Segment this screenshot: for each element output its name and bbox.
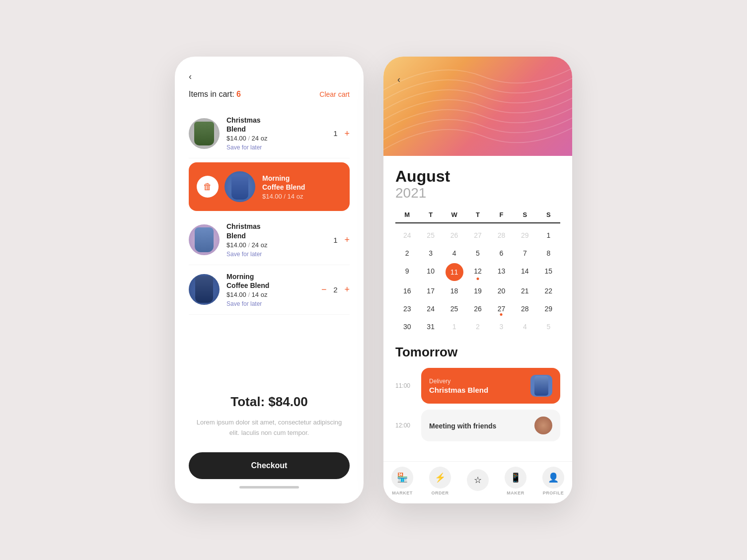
delivery-product-image bbox=[530, 375, 552, 397]
calendar-day[interactable]: 6 bbox=[490, 245, 513, 261]
calendar-day[interactable]: 22 bbox=[537, 283, 560, 299]
calendar-day[interactable]: 9 bbox=[395, 263, 419, 281]
calendar-day[interactable]: 4 bbox=[443, 245, 466, 261]
increment-button[interactable]: + bbox=[344, 235, 350, 244]
calendar-day[interactable]: 25 bbox=[443, 301, 466, 317]
calendar-day[interactable]: 4 bbox=[513, 319, 536, 335]
calendar-day[interactable]: 24 bbox=[419, 301, 442, 317]
cart-items-list: ChristmasBlend $14.00 / 24 oz Save for l… bbox=[175, 109, 364, 384]
nav-label-order: ORDER bbox=[431, 490, 448, 495]
nav-item-market[interactable]: 🏪 MARKET bbox=[387, 467, 417, 495]
item-price: $14.00 / 14 oz bbox=[262, 193, 342, 200]
calendar-day[interactable]: 26 bbox=[466, 301, 489, 317]
nav-item-order[interactable]: ⚡ ORDER bbox=[425, 467, 455, 495]
calendar-week: 24 25 26 27 28 29 1 bbox=[395, 227, 560, 243]
cart-back-button[interactable]: ‹ bbox=[189, 71, 192, 82]
calendar-day[interactable]: 13 bbox=[490, 263, 513, 281]
increment-button[interactable]: + bbox=[344, 285, 350, 294]
item-price: $14.00 / 24 oz bbox=[226, 241, 324, 249]
calendar-weeks: 24 25 26 27 28 29 1 2 3 4 5 6 bbox=[395, 225, 560, 335]
calendar-day[interactable]: 19 bbox=[466, 283, 489, 299]
calendar-day[interactable]: 7 bbox=[513, 245, 536, 261]
calendar-day[interactable]: 26 bbox=[443, 227, 466, 243]
calendar-day[interactable]: 12 bbox=[466, 263, 489, 281]
nav-label-profile: PROFILE bbox=[543, 490, 564, 495]
calendar-week: 30 31 1 2 3 4 5 bbox=[395, 319, 560, 335]
day-header-mon: M bbox=[395, 211, 419, 218]
calendar-day[interactable]: 5 bbox=[537, 319, 560, 335]
calendar-day[interactable]: 15 bbox=[537, 263, 560, 281]
calendar-day[interactable]: 18 bbox=[443, 283, 466, 299]
total-amount: Total: $84.00 bbox=[230, 394, 308, 409]
event-text: Delivery Christmas Blend bbox=[429, 378, 488, 394]
calendar-day[interactable]: 2 bbox=[466, 319, 489, 335]
calendar-day-today[interactable]: 11 bbox=[446, 263, 463, 281]
clear-cart-button[interactable]: Clear cart bbox=[319, 90, 350, 98]
cart-item-swipe: 🗑 MorningCoffee Blend $14.00 / 14 oz bbox=[189, 162, 350, 211]
nav-item-profile[interactable]: 👤 PROFILE bbox=[538, 467, 568, 495]
calendar-day[interactable]: 20 bbox=[490, 283, 513, 299]
cart-count: 6 bbox=[236, 90, 241, 98]
cart-header: ‹ Items in cart: 6 Clear cart bbox=[175, 57, 364, 109]
cart-item: ChristmasBlend $14.00 / 24 oz Save for l… bbox=[189, 215, 350, 265]
favorites-icon: ☆ bbox=[467, 469, 489, 491]
item-image bbox=[189, 274, 220, 305]
calendar-day[interactable]: 10 bbox=[419, 263, 442, 281]
event-time: 12:00 bbox=[395, 422, 415, 429]
calendar-day[interactable]: 29 bbox=[537, 301, 560, 317]
increment-button[interactable]: + bbox=[344, 129, 350, 138]
calendar-day[interactable]: 8 bbox=[537, 245, 560, 261]
item-name: MorningCoffee Blend bbox=[226, 272, 314, 290]
calendar-day[interactable]: 21 bbox=[513, 283, 536, 299]
quantity-value: 2 bbox=[331, 285, 339, 294]
calendar-day[interactable]: 14 bbox=[513, 263, 536, 281]
delete-icon[interactable]: 🗑 bbox=[197, 176, 219, 198]
calendar-day[interactable]: 3 bbox=[490, 319, 513, 335]
calendar-day[interactable]: 30 bbox=[395, 319, 419, 335]
calendar-day[interactable]: 31 bbox=[419, 319, 442, 335]
calendar-day[interactable]: 3 bbox=[419, 245, 442, 261]
calendar-month-title: August 2021 bbox=[395, 156, 560, 203]
calendar-week: 9 10 11 12 13 14 15 bbox=[395, 263, 560, 281]
decrement-button[interactable]: − bbox=[321, 285, 327, 294]
item-image bbox=[224, 171, 255, 202]
day-header-thu: T bbox=[466, 211, 489, 218]
day-header-wed: W bbox=[443, 211, 466, 218]
cart-title: Items in cart: 6 bbox=[189, 90, 241, 99]
cart-item: MorningCoffee Blend $14.00 / 14 oz Save … bbox=[189, 265, 350, 315]
save-later-button[interactable]: Save for later bbox=[226, 300, 314, 307]
calendar-day[interactable]: 1 bbox=[443, 319, 466, 335]
item-quantity: − 2 + bbox=[321, 285, 350, 294]
calendar-day[interactable]: 28 bbox=[490, 227, 513, 243]
item-quantity: 1 + bbox=[331, 235, 350, 244]
checkout-button[interactable]: Checkout bbox=[189, 452, 350, 479]
calendar-day[interactable]: 2 bbox=[395, 245, 419, 261]
calendar-day[interactable]: 16 bbox=[395, 283, 419, 299]
calendar-day[interactable]: 29 bbox=[513, 227, 536, 243]
calendar-body: August 2021 M T W T F S S 24 25 bbox=[383, 156, 572, 461]
calendar-day[interactable]: 28 bbox=[513, 301, 536, 317]
cart-screen: ‹ Items in cart: 6 Clear cart ChristmasB… bbox=[175, 57, 364, 503]
nav-item-maker[interactable]: 📱 MAKER bbox=[501, 467, 530, 495]
save-later-button[interactable]: Save for later bbox=[226, 251, 324, 258]
calendar-day[interactable]: 25 bbox=[419, 227, 442, 243]
calendar-day[interactable]: 17 bbox=[419, 283, 442, 299]
calendar-day[interactable]: 27 bbox=[490, 301, 513, 317]
calendar-day[interactable]: 1 bbox=[537, 227, 560, 243]
calendar-day[interactable]: 23 bbox=[395, 301, 419, 317]
calendar-day[interactable]: 5 bbox=[466, 245, 489, 261]
order-icon: ⚡ bbox=[429, 467, 451, 489]
calendar-day[interactable]: 24 bbox=[395, 227, 419, 243]
event-card-delivery[interactable]: Delivery Christmas Blend bbox=[421, 368, 560, 404]
item-info: ChristmasBlend $14.00 / 24 oz Save for l… bbox=[226, 116, 324, 151]
event-card-meeting[interactable]: Meeting with friends bbox=[421, 410, 560, 441]
calendar-day[interactable]: 27 bbox=[466, 227, 489, 243]
nav-item-favorites[interactable]: ☆ bbox=[463, 469, 493, 493]
calendar-back-button[interactable]: ‹ bbox=[397, 74, 400, 85]
event-time: 11:00 bbox=[395, 382, 415, 389]
quantity-value: 1 bbox=[331, 129, 339, 138]
event-label: Delivery bbox=[429, 378, 488, 385]
save-later-button[interactable]: Save for later bbox=[226, 144, 324, 151]
item-image bbox=[189, 118, 220, 149]
day-header-tue: T bbox=[419, 211, 442, 218]
